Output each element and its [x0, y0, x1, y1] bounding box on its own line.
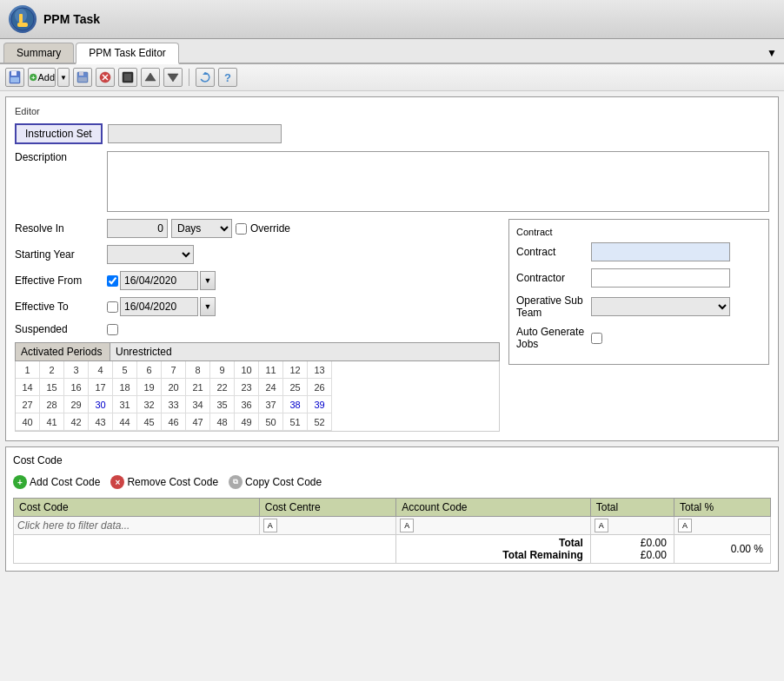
- period-cell-9[interactable]: 9: [210, 361, 235, 379]
- period-cell-44[interactable]: 44: [113, 413, 137, 431]
- period-cell-39[interactable]: 39: [308, 396, 332, 413]
- filter-account-code-cell: A: [396, 517, 591, 535]
- period-cell-35[interactable]: 35: [210, 396, 235, 413]
- period-row-4: 40 41 42 43 44 45 46 47 48 49 50 51: [16, 413, 499, 431]
- period-cell-49[interactable]: 49: [235, 413, 259, 431]
- period-cell-51[interactable]: 51: [283, 413, 308, 431]
- add-cost-code-btn[interactable]: + Add Cost Code: [13, 475, 100, 489]
- effective-from-dropdown-btn[interactable]: ▼: [200, 271, 216, 290]
- svg-rect-5: [11, 71, 17, 76]
- period-cell-16[interactable]: 16: [64, 379, 89, 396]
- operative-sub-team-row: Operative Sub Team: [516, 294, 761, 319]
- period-cell-22[interactable]: 22: [210, 379, 235, 396]
- period-cell-33[interactable]: 33: [162, 396, 186, 413]
- period-cell-47[interactable]: 47: [186, 413, 210, 431]
- period-cell-25[interactable]: 25: [283, 379, 308, 396]
- period-cell-42[interactable]: 42: [64, 413, 89, 431]
- contract-box-title: Contract: [516, 227, 761, 237]
- remove-cost-code-btn[interactable]: × Remove Cost Code: [110, 475, 218, 489]
- resolve-in-input[interactable]: [107, 219, 168, 238]
- period-cell-17[interactable]: 17: [89, 379, 113, 396]
- contract-field-input[interactable]: [591, 242, 730, 261]
- tab-dropdown-arrow[interactable]: ▼: [763, 43, 781, 63]
- period-cell-19[interactable]: 19: [137, 379, 162, 396]
- period-cell-12[interactable]: 12: [283, 361, 308, 379]
- period-cell-52[interactable]: 52: [308, 413, 332, 431]
- period-cell-38[interactable]: 38: [283, 396, 308, 413]
- period-cell-28[interactable]: 28: [40, 396, 64, 413]
- period-cell-34[interactable]: 34: [186, 396, 210, 413]
- starting-year-select[interactable]: [107, 245, 194, 264]
- tab-summary[interactable]: Summary: [3, 43, 74, 63]
- period-cell-11[interactable]: 11: [259, 361, 283, 379]
- period-cell-37[interactable]: 37: [259, 396, 283, 413]
- instruction-set-input[interactable]: [108, 124, 282, 143]
- copy-cost-code-btn[interactable]: ⧉ Copy Cost Code: [229, 475, 322, 489]
- resolve-in-row: Resolve In Days Hours Weeks Override: [15, 219, 500, 238]
- filter-total-icon[interactable]: A: [595, 519, 608, 532]
- toolbar-save-btn[interactable]: [5, 68, 24, 87]
- toolbar-down-btn[interactable]: [163, 68, 183, 87]
- effective-from-date-input[interactable]: [120, 271, 198, 290]
- period-cell-15[interactable]: 15: [40, 379, 64, 396]
- filter-cost-centre-icon[interactable]: A: [263, 519, 277, 532]
- editor-section-label: Editor: [15, 106, 769, 116]
- effective-to-date-input[interactable]: [120, 297, 198, 316]
- suspended-checkbox[interactable]: [107, 324, 118, 335]
- period-cell-5[interactable]: 5: [113, 361, 137, 379]
- toolbar-add-dropdown-btn[interactable]: ▼: [57, 68, 70, 87]
- period-cell-8[interactable]: 8: [186, 361, 210, 379]
- instruction-set-button[interactable]: Instruction Set: [15, 123, 103, 144]
- period-cell-21[interactable]: 21: [186, 379, 210, 396]
- toolbar-add-btn[interactable]: + Add: [28, 68, 56, 87]
- override-checkbox[interactable]: [236, 223, 247, 235]
- period-cell-4[interactable]: 4: [89, 361, 113, 379]
- period-cell-40[interactable]: 40: [16, 413, 40, 431]
- period-cell-45[interactable]: 45: [137, 413, 162, 431]
- toolbar-cancel-btn[interactable]: [96, 68, 115, 87]
- filter-total-pct-icon[interactable]: A: [678, 519, 692, 532]
- period-cell-14[interactable]: 14: [16, 379, 40, 396]
- app-title: PPM Task: [43, 12, 100, 26]
- period-cell-29[interactable]: 29: [64, 396, 89, 413]
- period-cell-24[interactable]: 24: [259, 379, 283, 396]
- description-textarea[interactable]: [107, 151, 769, 212]
- period-cell-6[interactable]: 6: [137, 361, 162, 379]
- period-cell-48[interactable]: 48: [210, 413, 235, 431]
- effective-to-dropdown-btn[interactable]: ▼: [200, 297, 216, 316]
- period-cell-2[interactable]: 2: [40, 361, 64, 379]
- filter-account-code-icon[interactable]: A: [400, 519, 414, 532]
- period-cell-41[interactable]: 41: [40, 413, 64, 431]
- period-cell-3[interactable]: 3: [64, 361, 89, 379]
- period-cell-32[interactable]: 32: [137, 396, 162, 413]
- period-cell-30[interactable]: 30: [89, 396, 113, 413]
- period-cell-27[interactable]: 27: [16, 396, 40, 413]
- period-cell-23[interactable]: 23: [235, 379, 259, 396]
- periods-unrestricted: Unrestricted: [110, 342, 500, 361]
- auto-generate-jobs-checkbox[interactable]: [591, 333, 602, 344]
- period-cell-36[interactable]: 36: [235, 396, 259, 413]
- toolbar-refresh-btn[interactable]: [196, 68, 215, 87]
- period-cell-20[interactable]: 20: [162, 379, 186, 396]
- period-cell-7[interactable]: 7: [162, 361, 186, 379]
- toolbar-up-btn[interactable]: [141, 68, 160, 87]
- svg-rect-2: [17, 23, 28, 27]
- period-cell-10[interactable]: 10: [235, 361, 259, 379]
- period-cell-46[interactable]: 46: [162, 413, 186, 431]
- period-cell-1[interactable]: 1: [16, 361, 40, 379]
- period-cell-13[interactable]: 13: [308, 361, 332, 379]
- tab-ppm-task-editor[interactable]: PPM Task Editor: [76, 43, 178, 64]
- operative-sub-team-select[interactable]: [591, 297, 730, 316]
- period-cell-26[interactable]: 26: [308, 379, 332, 396]
- effective-to-checkbox[interactable]: [107, 301, 118, 313]
- resolve-in-unit-select[interactable]: Days Hours Weeks: [171, 219, 232, 238]
- period-cell-18[interactable]: 18: [113, 379, 137, 396]
- effective-from-checkbox[interactable]: [107, 275, 118, 287]
- contractor-field-input[interactable]: [591, 268, 730, 288]
- period-cell-31[interactable]: 31: [113, 396, 137, 413]
- toolbar-help-btn[interactable]: ?: [218, 68, 237, 87]
- toolbar-disk-btn[interactable]: [73, 68, 92, 87]
- period-cell-50[interactable]: 50: [259, 413, 283, 431]
- period-cell-43[interactable]: 43: [89, 413, 113, 431]
- toolbar-record-btn[interactable]: [118, 68, 137, 87]
